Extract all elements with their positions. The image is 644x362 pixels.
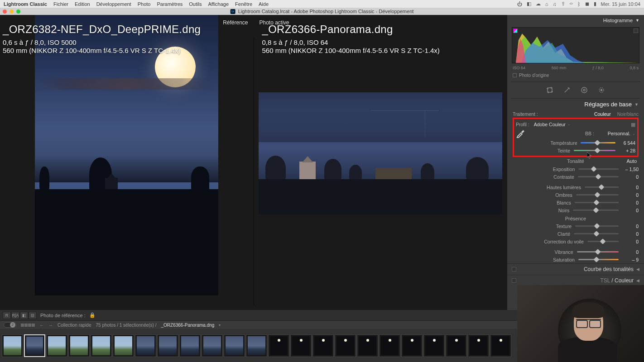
clock[interactable]: Mer. 15 juin 10:04 <box>601 1 640 7</box>
histogram[interactable] <box>512 27 639 63</box>
next-photo-button[interactable]: → <box>48 323 53 328</box>
clarity-slider[interactable] <box>574 231 619 237</box>
collection-name[interactable]: Collection rapide <box>58 323 91 328</box>
app-name[interactable]: Lightroom Classic <box>4 1 47 7</box>
clarity-value[interactable]: 0 <box>622 231 639 237</box>
tint-slider[interactable] <box>574 148 615 153</box>
wifi-icon[interactable]: ⌔ <box>570 1 573 7</box>
filmstrip-thumb[interactable] <box>46 334 67 357</box>
histogram-header[interactable]: Histogramme▼ <box>507 15 644 26</box>
filmstrip-thumb[interactable] <box>224 334 245 357</box>
profile-browser-icon[interactable]: ▦ <box>631 122 635 127</box>
exposure-slider[interactable] <box>578 167 619 172</box>
contrast-slider[interactable] <box>578 174 619 180</box>
saturation-value[interactable]: – 9 <box>622 257 639 262</box>
filmstrip-thumb[interactable] <box>423 334 445 357</box>
flag-icon[interactable]: ▮ <box>594 1 596 7</box>
vibrance-slider[interactable] <box>577 249 619 255</box>
filmstrip-thumb[interactable] <box>179 334 201 357</box>
highlights-slider[interactable] <box>585 185 619 190</box>
panel-toggle-icon[interactable] <box>512 278 516 283</box>
menu-file[interactable]: Fichier <box>53 1 68 7</box>
chevron-down-icon[interactable]: ▾ <box>219 323 221 327</box>
panel-toggle-icon[interactable] <box>512 267 516 272</box>
status-icon[interactable]: ◧ <box>527 1 531 7</box>
chevron-icon[interactable]: ⌄ <box>567 122 571 126</box>
crop-tool-icon[interactable] <box>546 86 553 94</box>
blacks-value[interactable]: 0 <box>622 208 639 213</box>
temperature-value[interactable]: 6 544 <box>619 140 635 146</box>
menu-help[interactable]: Aide <box>259 1 269 7</box>
checkbox-icon[interactable] <box>513 73 517 77</box>
whites-value[interactable]: 0 <box>622 200 639 205</box>
filmstrip-thumb[interactable] <box>290 334 312 357</box>
contrast-value[interactable]: 0 <box>622 174 639 180</box>
filmstrip-thumb[interactable] <box>268 334 289 357</box>
tint-value[interactable]: + 28 <box>619 148 635 153</box>
filmstrip-thumb[interactable] <box>157 334 178 357</box>
chevron-icon[interactable]: ⌄ <box>632 132 635 136</box>
radial-tool-icon[interactable] <box>598 86 605 94</box>
grid-view-icon[interactable] <box>21 324 35 327</box>
status-icon[interactable]: ⇪ <box>561 1 565 7</box>
menu-develop[interactable]: Développement <box>96 1 131 7</box>
filmstrip-thumb[interactable] <box>357 334 378 357</box>
shadows-value[interactable]: 0 <box>622 192 639 198</box>
filmstrip-thumb[interactable] <box>2 334 23 357</box>
menu-edit[interactable]: Edition <box>75 1 90 7</box>
filmstrip-thumb[interactable] <box>379 334 400 357</box>
wb-select[interactable]: Personnal. <box>608 131 630 136</box>
ref-view-button[interactable]: R <box>3 312 11 319</box>
ref-view-button[interactable]: ◧ <box>20 312 28 319</box>
whites-slider[interactable] <box>575 200 619 205</box>
filmstrip-thumb[interactable] <box>401 334 423 357</box>
menu-view[interactable]: Affichage <box>208 1 229 7</box>
bluetooth-icon[interactable]: ᛒ <box>577 1 581 7</box>
ref-view-button[interactable]: R|A <box>11 312 19 319</box>
filmstrip-thumb[interactable] <box>202 334 223 357</box>
filmstrip-thumb[interactable] <box>91 334 112 357</box>
treatment-bw[interactable]: Noir/blanc <box>617 111 639 117</box>
mask-tool-icon[interactable] <box>581 86 588 94</box>
status-icon[interactable]: ♫ <box>553 1 556 7</box>
filmstrip-thumb[interactable] <box>468 334 489 357</box>
status-icon[interactable]: ⌂ <box>545 1 548 7</box>
minimize-button[interactable] <box>10 10 14 14</box>
tsl-header[interactable]: TSL / Couleur◀ <box>507 275 644 286</box>
prev-photo-button[interactable]: ← <box>39 323 44 328</box>
menu-settings[interactable]: Paramètres <box>157 1 183 7</box>
filmstrip-thumb[interactable] <box>68 334 90 357</box>
maximize-button[interactable] <box>16 10 20 14</box>
temperature-slider[interactable] <box>581 140 615 146</box>
filmstrip-thumb[interactable] <box>490 334 511 357</box>
menu-tools[interactable]: Outils <box>189 1 202 7</box>
filmstrip-thumb[interactable] <box>135 334 156 357</box>
reference-image[interactable] <box>35 15 218 295</box>
heal-tool-icon[interactable] <box>563 86 571 94</box>
menu-photo[interactable]: Photo <box>138 1 151 7</box>
vibrance-value[interactable]: 0 <box>622 249 639 255</box>
blacks-slider[interactable] <box>573 208 619 213</box>
dehaze-slider[interactable] <box>587 239 619 244</box>
filmstrip-thumb[interactable] <box>113 334 134 357</box>
filmstrip-thumb[interactable] <box>312 334 334 357</box>
highlights-value[interactable]: 0 <box>622 185 639 190</box>
filmstrip-thumb[interactable] <box>446 334 467 357</box>
status-icon[interactable]: ☁ <box>536 1 541 7</box>
menu-window[interactable]: Fenêtre <box>235 1 252 7</box>
tone-curve-header[interactable]: Courbe des tonalités◀ <box>507 263 644 275</box>
original-photo-toggle[interactable]: Photo d'origine <box>507 71 644 80</box>
current-photo-name[interactable]: _ORZ6366-Panorama.dng <box>161 323 214 328</box>
saturation-slider[interactable] <box>578 257 619 262</box>
eyedropper-icon[interactable] <box>516 129 525 138</box>
active-image[interactable] <box>259 92 502 214</box>
ref-view-button[interactable]: ⊟ <box>29 312 37 319</box>
treatment-color[interactable]: Couleur <box>594 111 611 117</box>
status-icon[interactable]: ⏻ <box>517 1 522 7</box>
lock-icon[interactable]: 🔒 <box>89 312 96 318</box>
shadows-slider[interactable] <box>576 192 619 198</box>
filmstrip-thumb[interactable] <box>335 334 356 357</box>
filmstrip-thumb[interactable] <box>246 334 267 357</box>
second-monitor-toggle[interactable] <box>4 322 16 328</box>
exposure-value[interactable]: – 1,50 <box>622 167 639 172</box>
